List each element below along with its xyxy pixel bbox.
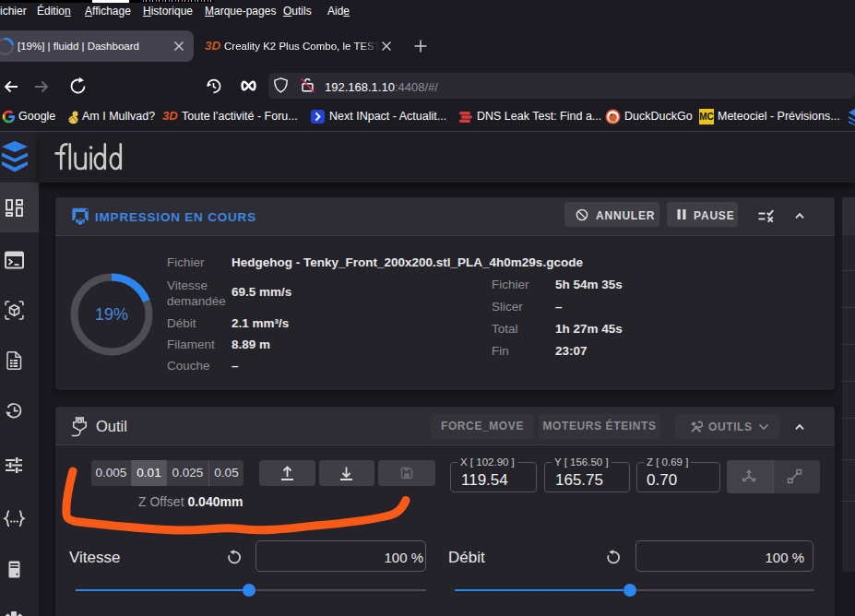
svg-text:19%: 19%: [95, 305, 128, 324]
